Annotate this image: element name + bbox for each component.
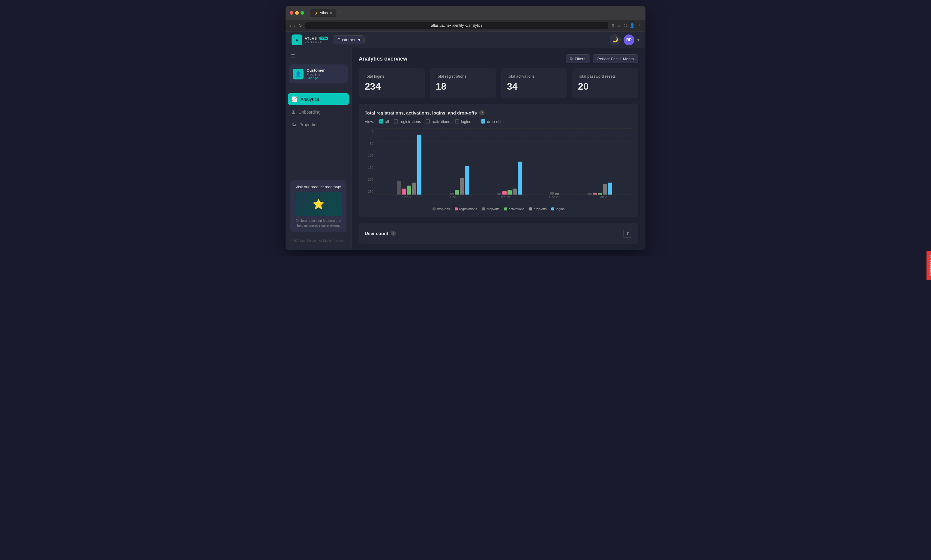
sidebar-customer-change-btn[interactable]: Change xyxy=(307,76,325,80)
filter-activations[interactable]: activations xyxy=(425,119,450,124)
analytics-icon: 📈 xyxy=(291,96,297,102)
bar-group-dec19 xyxy=(497,162,522,195)
filter-dropoffs[interactable]: drop-offs xyxy=(481,119,502,124)
filter-all[interactable]: all xyxy=(379,119,389,124)
filter-icon: ⧉ xyxy=(570,56,573,61)
properties-icon: 🗂 xyxy=(291,122,296,128)
bar-pink-dec5 xyxy=(402,189,406,195)
browser-titlebar: ⚡ Atlas ✕ + xyxy=(285,6,646,20)
window-controls xyxy=(290,11,304,15)
y-label-200: 200 xyxy=(365,178,375,182)
tab-bar: ⚡ Atlas ✕ + xyxy=(310,9,641,17)
checkbox-activations[interactable] xyxy=(425,119,430,123)
main-content: Analytics overview ⧉ Filters Period: Pas… xyxy=(351,48,646,250)
filter-registrations[interactable]: registrations xyxy=(394,119,421,124)
browser-tab-atlas[interactable]: ⚡ Atlas ✕ xyxy=(310,9,336,17)
back-button[interactable]: ‹ xyxy=(290,23,291,28)
forward-button[interactable]: › xyxy=(294,23,296,28)
bookmark-icon[interactable]: ☆ xyxy=(617,23,621,28)
sidebar-item-onboarding[interactable]: ⊞ Onboarding xyxy=(288,106,349,118)
legend-item-registrations: registrations xyxy=(455,207,477,211)
logo-area: ▲ ATLAS BETA CONSOLE xyxy=(291,34,328,45)
customer-icon: 👤 xyxy=(293,69,304,80)
bar-group-dec12 xyxy=(450,166,469,195)
bar-pink-dec19 xyxy=(502,191,507,195)
filter-divider xyxy=(476,119,476,124)
header-right: 🌙 RP ▾ xyxy=(610,34,640,45)
y-label-0: 0 xyxy=(365,130,375,134)
sidebar-customer-card: 👤 Customer Prod Env Change xyxy=(289,65,348,83)
extension-icon[interactable]: ⬡ xyxy=(624,23,627,28)
user-count-export-btn[interactable]: ⬆ xyxy=(623,229,632,238)
period-btn[interactable]: Period: Past 1 Month xyxy=(593,54,638,63)
sidebar-divider-top xyxy=(289,91,348,91)
x-label-dec26: Dec 26 xyxy=(549,195,560,203)
url-input[interactable] xyxy=(305,22,608,29)
bar-gray2-dec12 xyxy=(460,178,464,195)
user-avatar[interactable]: RP xyxy=(624,34,634,45)
new-tab-btn[interactable]: + xyxy=(339,10,341,15)
roadmap-desc: Explore upcoming features and help us im… xyxy=(294,218,342,228)
chart-section: Total registrations, activations, logins… xyxy=(359,104,638,217)
bar-gray-dec26 xyxy=(550,192,554,195)
menu-icon[interactable]: ⋮ xyxy=(637,23,641,28)
sidebar-nav: 📈 Analytics ⊞ Onboarding 🗂 Properties xyxy=(285,93,351,131)
legend-item-logins: logins xyxy=(551,207,564,211)
chart-legend: drop-offs registrations drop-offs a xyxy=(365,207,632,211)
user-count-info-icon[interactable]: ? xyxy=(390,231,396,236)
hamburger-menu-btn[interactable]: ☰ xyxy=(285,53,351,65)
sidebar: ☰ 👤 Customer Prod Env Change 📈 Analytics xyxy=(285,48,351,250)
checkbox-registrations[interactable] xyxy=(394,119,398,123)
legend-item-dropoffs2: drop-offs xyxy=(482,207,499,211)
y-label-150: 150 xyxy=(365,166,375,169)
user-count-title: User count xyxy=(365,231,388,236)
stat-card-registrations: Total registrations 18 xyxy=(430,68,496,98)
bar-gray2-dec5 xyxy=(412,183,416,195)
bar-group-jan2 xyxy=(587,183,612,195)
feedback-icon: ✉ xyxy=(929,255,931,256)
reload-button[interactable]: ↻ xyxy=(298,23,302,28)
sidebar-item-properties-label: Properties xyxy=(299,122,319,127)
legend-dot-dropoffs1 xyxy=(433,208,436,211)
close-window-btn[interactable] xyxy=(290,11,293,15)
filters-btn[interactable]: ⧉ Filters xyxy=(566,54,590,63)
x-label-dec12: Dec 12 xyxy=(450,195,460,203)
tab-close-btn[interactable]: ✕ xyxy=(330,11,332,15)
chart-title-row: Total registrations, activations, logins… xyxy=(365,110,632,115)
bar-green-dec12 xyxy=(455,190,459,195)
stat-card-activations: Total activations 34 xyxy=(501,68,567,98)
filter-logins[interactable]: logins xyxy=(455,119,471,124)
onboarding-icon: ⊞ xyxy=(291,109,296,115)
chart-bars-container xyxy=(377,129,632,195)
maximize-window-btn[interactable] xyxy=(301,11,304,15)
header-left: ▲ ATLAS BETA CONSOLE Customer ▾ xyxy=(291,34,365,45)
legend-dot-logins xyxy=(551,208,554,211)
share-icon[interactable]: ⬆ xyxy=(611,23,615,28)
feedback-tab[interactable]: ✉ Feedback xyxy=(926,251,931,256)
bar-pink-jan2 xyxy=(593,193,597,195)
tab-favicon: ⚡ xyxy=(314,11,318,15)
stat-value-logins: 234 xyxy=(365,81,419,92)
tab-label: Atlas xyxy=(320,11,328,15)
checkbox-dropoffs[interactable] xyxy=(481,119,485,123)
bar-group-dec26 xyxy=(550,192,560,195)
roadmap-title: Visit our product roadmap! xyxy=(294,185,342,190)
bar-gray-dec5 xyxy=(397,181,401,195)
checkbox-logins[interactable] xyxy=(455,119,459,123)
minimize-window-btn[interactable] xyxy=(295,11,299,15)
chart-info-icon[interactable]: ? xyxy=(479,110,485,115)
checkbox-all[interactable] xyxy=(379,119,383,123)
profile-icon[interactable]: 👤 xyxy=(630,23,635,28)
customer-info: Customer Prod Env Change xyxy=(307,68,325,80)
theme-toggle-btn[interactable]: 🌙 xyxy=(610,34,621,45)
sidebar-item-properties[interactable]: 🗂 Properties xyxy=(288,119,349,131)
user-menu-chevron[interactable]: ▾ xyxy=(637,37,640,42)
legend-label-registrations: registrations xyxy=(459,207,477,211)
sidebar-customer-name: Customer xyxy=(307,68,325,72)
sidebar-item-analytics[interactable]: 📈 Analytics xyxy=(288,93,349,105)
stat-label-password-resets: Total password resets xyxy=(578,74,632,78)
legend-item-activations: activations xyxy=(504,207,524,211)
view-label: View: xyxy=(365,119,374,124)
y-label-100: 100 xyxy=(365,154,375,157)
customer-selector[interactable]: Customer ▾ xyxy=(333,35,365,45)
